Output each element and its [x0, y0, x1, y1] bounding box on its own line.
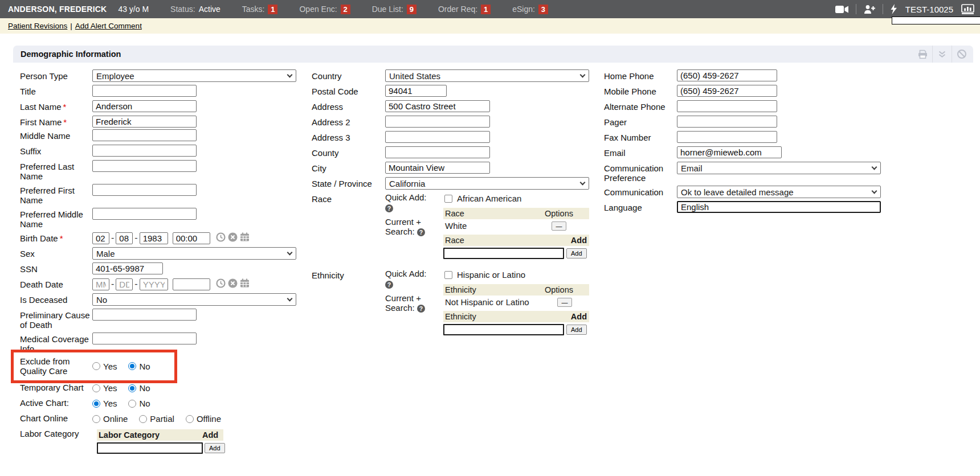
death-date-label: Death Date [20, 278, 92, 290]
bar-chart-icon[interactable] [961, 4, 974, 14]
temporary-chart-no-radio[interactable] [128, 384, 136, 392]
due-list-badge[interactable]: 9 [407, 5, 416, 14]
row-death-date: Death Date - - [20, 278, 312, 290]
title-input[interactable] [92, 85, 197, 97]
collapse-icon[interactable] [932, 46, 952, 63]
country-select[interactable]: United States [385, 69, 589, 82]
county-label: County [312, 146, 385, 159]
open-enc-badge[interactable]: 2 [341, 5, 350, 14]
clock-icon[interactable] [216, 232, 226, 244]
birth-year-input[interactable] [140, 232, 168, 244]
chart-online-online-radio[interactable] [92, 415, 100, 423]
order-req-counter[interactable]: Order Req:1 [438, 5, 491, 14]
language-input[interactable] [677, 201, 881, 213]
labor-category-input[interactable] [97, 442, 203, 454]
mobile-phone-input[interactable] [677, 85, 777, 97]
hispanic-latino-checkbox[interactable] [444, 271, 452, 279]
medical-coverage-input[interactable] [92, 333, 197, 344]
state-label: State / Province [312, 177, 385, 190]
death-month-input[interactable] [92, 278, 109, 290]
prelim-cause-input[interactable] [92, 309, 197, 321]
communication-select[interactable]: Ok to leave detailed message [677, 186, 881, 198]
ethnicity-add-button[interactable]: Add [566, 325, 587, 335]
disable-icon[interactable] [952, 46, 971, 63]
patient-revisions-link[interactable]: Patient Revisions [8, 22, 67, 30]
address-input[interactable] [385, 100, 490, 112]
active-chart-yes-radio[interactable] [92, 400, 100, 408]
race-add-col-header: Race [443, 236, 571, 245]
birth-day-input[interactable] [116, 232, 133, 244]
ssn-label: SSN [20, 262, 92, 275]
tasks-badge[interactable]: 1 [268, 5, 277, 14]
esign-badge[interactable]: 3 [538, 5, 548, 14]
pager-input[interactable] [677, 116, 777, 128]
race-current-table: Race Options White — [443, 208, 589, 231]
suffix-input[interactable] [92, 145, 197, 157]
person-type-select[interactable]: Employee [92, 69, 296, 82]
order-req-badge[interactable]: 1 [481, 5, 491, 14]
help-icon[interactable]: ? [385, 281, 393, 289]
ethnicity-remove-button[interactable]: — [557, 298, 572, 307]
due-list-counter[interactable]: Due List:9 [372, 5, 416, 14]
active-chart-radios: Yes No [92, 396, 150, 409]
chart-online-offline-radio[interactable] [186, 415, 194, 423]
help-icon[interactable]: ? [417, 228, 425, 236]
ssn-input[interactable] [92, 262, 163, 274]
race-add-button[interactable]: Add [566, 248, 587, 258]
fax-number-input[interactable] [677, 131, 777, 143]
middle-name-input[interactable] [92, 129, 197, 141]
last-name-input[interactable] [92, 100, 197, 112]
clock-icon[interactable] [216, 278, 226, 290]
help-icon[interactable]: ? [385, 204, 393, 212]
print-icon[interactable] [913, 46, 932, 63]
postal-code-input[interactable] [385, 85, 447, 97]
race-remove-button[interactable]: — [552, 221, 566, 231]
clear-date-icon[interactable] [228, 232, 238, 244]
lightning-bolt-icon[interactable] [890, 4, 897, 14]
row-comm-pref: Communication Preference Email [604, 162, 973, 183]
alternate-phone-input[interactable] [677, 100, 777, 112]
help-icon[interactable]: ? [417, 305, 425, 313]
county-input[interactable] [385, 146, 490, 158]
exclude-quality-yes-radio[interactable] [92, 362, 100, 370]
tasks-counter[interactable]: Tasks:1 [242, 5, 278, 14]
add-alert-comment-link[interactable]: Add Alert Comment [75, 22, 142, 30]
race-current-value: White [443, 221, 530, 231]
open-enc-counter[interactable]: Open Enc:2 [299, 5, 350, 14]
row-address: Address [312, 100, 604, 113]
preferred-middle-input[interactable] [92, 208, 197, 220]
first-name-input[interactable] [92, 116, 197, 128]
death-time-input[interactable] [173, 278, 210, 290]
death-year-input[interactable] [140, 278, 168, 290]
active-chart-no-radio[interactable] [128, 400, 136, 408]
ethnicity-add-input[interactable] [443, 324, 564, 335]
home-phone-input[interactable] [677, 69, 777, 81]
temporary-chart-yes-radio[interactable] [92, 384, 100, 392]
clear-date-icon[interactable] [228, 278, 238, 290]
preferred-first-input[interactable] [92, 184, 197, 196]
chart-online-partial-radio[interactable] [139, 415, 147, 423]
death-day-input[interactable] [116, 278, 133, 290]
sex-select[interactable]: Male [92, 247, 296, 260]
birth-month-input[interactable] [92, 232, 109, 244]
row-address2: Address 2 [312, 116, 604, 128]
comm-pref-select[interactable]: Email [677, 162, 881, 174]
preferred-last-input[interactable] [92, 160, 197, 172]
african-american-checkbox[interactable] [444, 195, 452, 203]
race-add-input[interactable] [443, 248, 564, 259]
is-deceased-select[interactable]: No [92, 293, 296, 306]
address3-input[interactable] [385, 131, 490, 143]
birth-time-input[interactable] [173, 232, 210, 244]
esign-counter[interactable]: eSign:3 [512, 5, 548, 14]
city-input[interactable] [385, 162, 490, 174]
calendar-icon[interactable] [240, 232, 250, 244]
email-input[interactable] [677, 146, 782, 158]
labor-add-button[interactable]: Add [205, 443, 225, 453]
ethnicity-quick-add-labels: Quick Add: ? Current + Search: ? [385, 269, 443, 336]
address2-input[interactable] [385, 116, 490, 128]
state-select[interactable]: California [385, 177, 589, 190]
calendar-icon[interactable] [240, 278, 250, 290]
video-camera-icon[interactable] [835, 5, 849, 14]
add-person-icon[interactable] [863, 5, 876, 14]
exclude-quality-no-radio[interactable] [128, 362, 136, 370]
